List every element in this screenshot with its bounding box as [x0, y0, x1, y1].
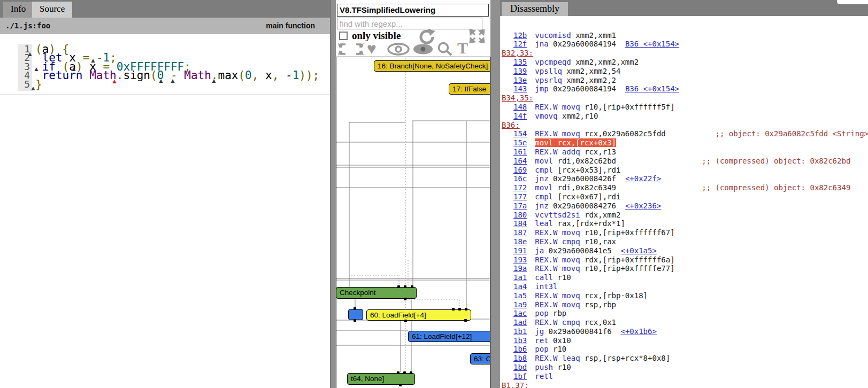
- disassembly-line[interactable]: 169cmpl [rcx+0x53],rdi: [500, 166, 868, 175]
- hide-dead-icon[interactable]: ♥: [367, 42, 377, 56]
- instruction-offset-link[interactable]: 1ad: [513, 318, 527, 327]
- disassembly-line[interactable]: 1b3ret 0x10: [500, 336, 868, 345]
- jump-target-link[interactable]: <+0x22f>: [625, 174, 661, 183]
- block-label-link[interactable]: B1,37:: [502, 381, 529, 388]
- graph-node[interactable]: 60: LoadField[+4]: [366, 309, 471, 321]
- only-visible-checkbox[interactable]: [339, 32, 348, 40]
- jump-target-link[interactable]: <+0x1b6>: [620, 327, 656, 336]
- hide-unselected-icon[interactable]: [412, 43, 434, 56]
- tab-info[interactable]: Info: [3, 2, 33, 18]
- disassembly-line[interactable]: 177cmpl [rcx+0x67],rdi: [500, 192, 868, 201]
- disassembly-line[interactable]: 1b8REX.W leaq rsp,[rsp+rcx*8+0x8]: [500, 354, 868, 363]
- disassembly-line[interactable]: 16cjnz 0x29a60008426f <+0x22f>: [500, 174, 868, 183]
- graph-node[interactable]: t64, None]: [347, 373, 415, 385]
- disassembly-line[interactable]: 148REX.W movq r10,[rip+0xffffff5f]: [500, 103, 868, 112]
- disassembly-line[interactable]: 1adREX.W cmpq rcx,0x1: [500, 318, 868, 327]
- block-label[interactable]: B34,35:: [500, 94, 868, 103]
- show-all-icon[interactable]: [387, 43, 410, 56]
- instruction-offset-link[interactable]: 148: [513, 103, 527, 112]
- graph-node[interactable]: [348, 309, 363, 320]
- source-code-lines[interactable]: (a) { let x = -1; if (a) x = 0xFFFFFFFF;…: [35, 45, 319, 89]
- block-label-link[interactable]: B34,35:: [502, 94, 533, 102]
- position-marker[interactable]: ▲: [30, 86, 36, 91]
- jump-target-link[interactable]: <+0x1a5>: [620, 246, 656, 255]
- disassembly-line[interactable]: 1a4int3l: [500, 282, 868, 291]
- instruction-offset-link[interactable]: 172: [513, 183, 527, 192]
- graph-node[interactable]: 16: Branch[None, NoSafetyCheck]: [374, 60, 490, 72]
- disassembly-line[interactable]: 1bfretl: [500, 372, 868, 381]
- disassembly-line[interactable]: 180vcvttsd2si rdx,xmm2: [500, 211, 868, 220]
- tab-source[interactable]: Source: [32, 2, 72, 18]
- toggle-types-icon[interactable]: T: [457, 41, 468, 55]
- disassembly-line[interactable]: 15emovl rcx,[rcx+0x3]: [500, 138, 868, 148]
- disassembly-line[interactable]: 1a5REX.W movq rcx,[rbp-0x18]: [500, 291, 868, 300]
- disassembly-line[interactable]: 164movl rdi,0x82c62bd ;; (compressed) ob…: [500, 157, 868, 166]
- source-code-line[interactable]: return Math.sign(0 - Math.max(0, x, -1))…: [35, 71, 319, 80]
- disassembly-line[interactable]: 12bvucomisd xmm2,xmm1: [500, 31, 868, 40]
- instruction-offset-link[interactable]: 16c: [513, 174, 527, 183]
- panel-resizer-right[interactable]: [490, 0, 500, 388]
- disassembly-line[interactable]: 161REX.W addq rcx,r13: [500, 148, 868, 157]
- position-marker[interactable]: ▲: [170, 78, 176, 83]
- instruction-offset-link[interactable]: 169: [513, 166, 527, 175]
- instruction-offset-link[interactable]: 187: [513, 228, 527, 237]
- instruction-offset-link[interactable]: 180: [513, 211, 527, 220]
- block-label[interactable]: B1,37:: [500, 381, 868, 388]
- disassembly-line[interactable]: 135vpcmpeqd xmm2,xmm2,xmm2: [500, 58, 868, 67]
- graph-node[interactable]: Checkpoint: [336, 287, 417, 299]
- disassembly-line[interactable]: 12fjna 0x29a600084194 B36 <+0x154>: [500, 40, 868, 49]
- disassembly-line[interactable]: 184leal rax,[rdx+rdx*1]: [500, 219, 868, 228]
- disassembly-line[interactable]: 13evpsrlq xmm2,xmm2,2: [500, 76, 868, 85]
- disassembly-line[interactable]: 19aREX.W movq r10,[rip+0xfffffe77]: [500, 264, 868, 273]
- disassembly-line[interactable]: 193REX.W movq rdx,[rip+0xffffff6a]: [500, 255, 868, 265]
- instruction-offset-link[interactable]: 12b: [513, 31, 527, 40]
- instruction-offset-link[interactable]: 164: [513, 157, 527, 166]
- instruction-offset-link[interactable]: 15e: [513, 138, 527, 148]
- zoom-selection-icon[interactable]: [337, 42, 365, 56]
- instruction-offset-link[interactable]: 1b6: [513, 345, 527, 354]
- instruction-offset-link[interactable]: 177: [513, 192, 527, 201]
- disassembly-line[interactable]: 14fvmovq xmm2,r10: [500, 112, 868, 121]
- instruction-offset-link[interactable]: 18e: [513, 237, 527, 246]
- instruction-offset-link[interactable]: 191: [513, 246, 527, 255]
- position-marker[interactable]: ▲: [158, 78, 164, 83]
- instruction-offset-link[interactable]: 143: [513, 84, 527, 94]
- instruction-offset-link[interactable]: 1bf: [513, 372, 527, 381]
- disassembly-line[interactable]: 18eREX.W cmpq r10,rax: [500, 237, 868, 246]
- position-marker[interactable]: ▲: [33, 66, 40, 72]
- instruction-offset-link[interactable]: 184: [513, 219, 527, 228]
- disassembly-line[interactable]: 172movl rdi,0x82c6349 ;; (compressed) ob…: [500, 183, 868, 192]
- position-marker[interactable]: ▲: [90, 58, 96, 63]
- disassembly-line[interactable]: 1acpop rbp: [500, 309, 868, 318]
- disassembly-line[interactable]: 1b6pop r10: [500, 345, 868, 354]
- position-marker[interactable]: ▲: [27, 51, 33, 57]
- instruction-offset-link[interactable]: 1a4: [513, 282, 527, 291]
- instruction-offset-link[interactable]: 161: [513, 148, 527, 157]
- instruction-offset-link[interactable]: 19a: [513, 264, 527, 273]
- block-label[interactable]: B32,33:: [500, 49, 868, 58]
- disassembly-line[interactable]: 1b1jg 0x29a6000841f6 <+0x1b6>: [500, 327, 868, 336]
- graph-node[interactable]: 61: LoadField[+12]: [408, 331, 490, 342]
- jump-target-link[interactable]: B36 <+0x154>: [625, 40, 679, 48]
- disassembly-line[interactable]: 1bdpush r10: [500, 363, 868, 372]
- instruction-offset-link[interactable]: 135: [513, 58, 527, 67]
- instruction-offset-link[interactable]: 1a5: [513, 291, 527, 300]
- search-input[interactable]: [337, 18, 482, 29]
- graph-canvas[interactable]: 16: Branch[None, NoSafetyCheck]17: IfFal…: [336, 57, 490, 388]
- expand-icon[interactable]: [469, 29, 485, 43]
- panel-resizer-left[interactable]: [330, 0, 336, 388]
- disassembly-line[interactable]: 1a1call r10: [500, 273, 868, 282]
- phase-select[interactable]: V8.TFSimplifiedLowering: [337, 4, 489, 17]
- instruction-offset-link[interactable]: 1b1: [513, 327, 527, 336]
- disassembly-line[interactable]: 191ja 0x29a6000841e5 <+0x1a5>: [500, 246, 868, 255]
- disassembly-line[interactable]: 17ajnz 0x29a600084276 <+0x236>: [500, 201, 868, 211]
- instruction-offset-link[interactable]: 139: [513, 67, 527, 76]
- tab-disassembly[interactable]: Disassembly: [502, 2, 568, 16]
- disassembly-line[interactable]: 154REX.W movq rcx,0x29a6082c5fdd ;; obje…: [500, 129, 868, 138]
- block-label[interactable]: B36:: [500, 121, 868, 130]
- graph-node[interactable]: 17: IfFalse: [449, 83, 490, 95]
- instruction-offset-link[interactable]: 13e: [513, 76, 527, 85]
- instruction-offset-link[interactable]: 1bd: [513, 363, 527, 372]
- jump-target-link[interactable]: <+0x236>: [625, 201, 661, 210]
- block-label-link[interactable]: B36:: [502, 121, 520, 129]
